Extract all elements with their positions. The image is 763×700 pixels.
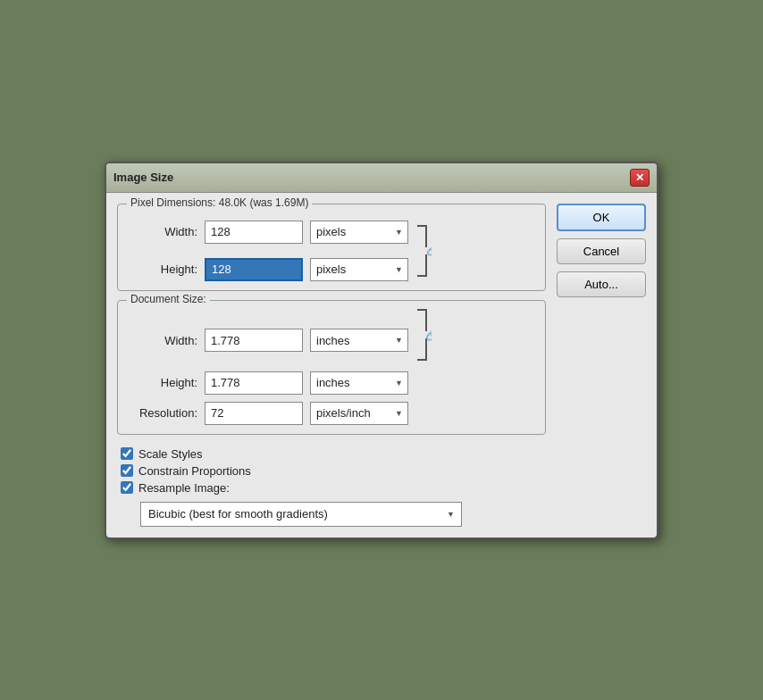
svg-text:🔗: 🔗 xyxy=(425,327,432,342)
resample-method-wrapper: Nearest Neighbor (preserve hard edges) B… xyxy=(140,502,462,527)
ok-button[interactable]: OK xyxy=(557,204,646,231)
pixel-height-input[interactable] xyxy=(205,258,303,281)
doc-height-label: Height: xyxy=(130,376,197,389)
pixel-width-unit-wrapper: pixels percent xyxy=(310,221,408,244)
resample-checkbox[interactable] xyxy=(121,481,133,494)
resample-method-select[interactable]: Nearest Neighbor (preserve hard edges) B… xyxy=(140,502,462,527)
pixel-fields-col: Width: pixels percent xyxy=(130,221,408,281)
doc-height-row: Height: inches cm mm points picas column… xyxy=(130,371,532,395)
pixel-fields-with-bracket: Width: pixels percent xyxy=(130,221,532,281)
pixel-bracket-svg: 🔗 xyxy=(414,224,432,278)
pixel-width-row: Width: pixels percent xyxy=(130,221,408,244)
image-size-dialog: Image Size ✕ Pixel Dimensions: 48.0K (wa… xyxy=(105,162,658,539)
constrain-proportions-label: Constrain Proportions xyxy=(138,464,251,478)
doc-width-unit-select[interactable]: inches cm mm points picas columns xyxy=(310,329,408,352)
doc-width-label: Width: xyxy=(130,334,197,347)
doc-width-row: Width: inches cm mm points picas columns xyxy=(130,317,532,364)
bottom-options: Scale Styles Constrain Proportions Resam… xyxy=(117,444,546,527)
dialog-body: Pixel Dimensions: 48.0K (was 1.69M) Widt… xyxy=(106,193,657,538)
resample-label: Resample Image: xyxy=(138,481,230,495)
constrain-proportions-row: Constrain Proportions xyxy=(117,464,546,478)
pixel-height-unit-wrapper: pixels percent xyxy=(310,258,408,281)
scale-styles-row: Scale Styles xyxy=(117,447,546,461)
resolution-input[interactable] xyxy=(205,402,303,425)
close-button[interactable]: ✕ xyxy=(630,169,650,187)
right-panel: OK Cancel Auto... xyxy=(557,204,646,527)
resolution-label: Resolution: xyxy=(130,406,197,420)
cancel-button[interactable]: Cancel xyxy=(557,238,646,264)
left-panel: Pixel Dimensions: 48.0K (was 1.69M) Widt… xyxy=(117,204,546,527)
document-size-group: Document Size: Width: inches cm mm point… xyxy=(117,300,546,435)
pixel-width-label: Width: xyxy=(130,225,197,238)
resolution-unit-select[interactable]: pixels/inch pixels/cm xyxy=(310,402,408,425)
scale-styles-label: Scale Styles xyxy=(138,447,203,461)
resolution-unit-wrapper: pixels/inch pixels/cm xyxy=(310,402,408,425)
doc-height-unit-wrapper: inches cm mm points picas columns xyxy=(310,371,408,395)
doc-width-input[interactable] xyxy=(205,329,303,352)
resample-row: Resample Image: xyxy=(117,481,546,495)
pixel-height-row: Height: pixels percent xyxy=(130,258,408,281)
document-size-legend: Document Size: xyxy=(127,293,210,305)
pixel-height-label: Height: xyxy=(130,262,197,276)
scale-styles-checkbox[interactable] xyxy=(121,447,133,460)
pixel-width-input[interactable] xyxy=(205,221,303,244)
doc-link-bracket-top: 🔗 xyxy=(414,317,432,364)
resolution-row: Resolution: pixels/inch pixels/cm xyxy=(130,402,532,425)
svg-text:🔗: 🔗 xyxy=(426,243,432,256)
doc-width-unit-wrapper: inches cm mm points picas columns xyxy=(310,329,408,352)
pixel-dimensions-legend: Pixel Dimensions: 48.0K (was 1.69M) xyxy=(127,196,312,209)
dialog-title: Image Size xyxy=(113,171,173,184)
auto-button[interactable]: Auto... xyxy=(557,271,646,297)
pixel-width-unit-select[interactable]: pixels percent xyxy=(310,221,408,244)
constrain-proportions-checkbox[interactable] xyxy=(121,464,133,477)
pixel-link-bracket: 🔗 xyxy=(414,223,432,279)
doc-height-unit-select[interactable]: inches cm mm points picas columns xyxy=(310,371,408,395)
titlebar: Image Size ✕ xyxy=(106,163,657,193)
pixel-height-unit-select[interactable]: pixels percent xyxy=(310,258,408,281)
pixel-dimensions-group: Pixel Dimensions: 48.0K (was 1.69M) Widt… xyxy=(117,204,546,291)
doc-height-input[interactable] xyxy=(205,371,303,395)
